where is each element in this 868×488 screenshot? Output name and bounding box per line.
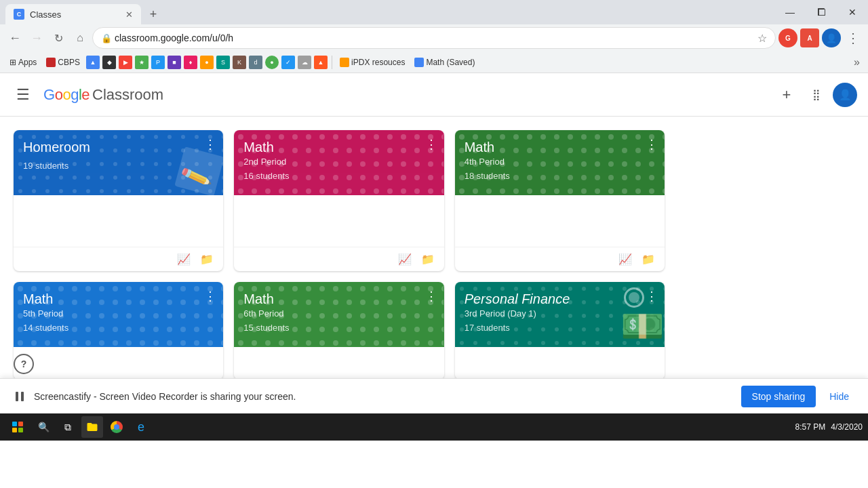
lock-icon: 🔒: [101, 33, 112, 43]
card-body: [455, 347, 665, 380]
card-footer: 📈 📁: [14, 247, 223, 271]
bookmark-12[interactable]: ✓: [281, 56, 295, 69]
task-view-button[interactable]: ⧉: [57, 416, 79, 438]
star-icon[interactable]: ☆: [757, 32, 767, 45]
bookmark-8[interactable]: S: [216, 56, 230, 69]
card-folder-button[interactable]: 📁: [421, 253, 435, 266]
card-menu-button[interactable]: ⋮: [204, 289, 216, 304]
bookmark-gdrive[interactable]: ▲: [86, 56, 100, 69]
classroom-logo-text: Classroom: [92, 86, 163, 104]
taskbar-time: 8:57 PM: [795, 422, 826, 432]
notification-bar: Screencastify - Screen Video Recorder is…: [0, 378, 868, 413]
card-folder-button[interactable]: 📁: [200, 253, 214, 266]
circle-decoration: [624, 287, 644, 308]
browser-tab[interactable]: C Classes ✕: [5, 4, 141, 24]
card-body: [234, 347, 443, 380]
add-class-button[interactable]: +: [773, 81, 800, 108]
bookmark-separator: [332, 56, 332, 69]
google-logo-text: Google: [43, 86, 90, 104]
bookmark-1[interactable]: ◆: [102, 56, 116, 69]
bookmark-14[interactable]: ▲: [314, 56, 328, 69]
pause-icon: [14, 390, 26, 403]
user-avatar[interactable]: 👤: [833, 83, 857, 107]
card-pattern: [455, 130, 665, 195]
header-actions: + ⣿ 👤: [773, 81, 857, 108]
help-button[interactable]: ?: [14, 354, 34, 374]
card-body: [234, 195, 443, 247]
more-menu-button[interactable]: ⋮: [844, 28, 863, 47]
minimize-button[interactable]: —: [774, 0, 806, 24]
profile-icon[interactable]: 👤: [822, 28, 841, 47]
card-menu-button[interactable]: ⋮: [204, 137, 216, 152]
class-card-math-6th[interactable]: Math 6th Period 15 students ⋮: [234, 282, 443, 380]
card-stats-button[interactable]: 📈: [618, 253, 632, 266]
card-footer: 📈 📁: [455, 247, 665, 271]
edge-taskbar[interactable]: e: [130, 416, 152, 438]
card-pattern: [234, 282, 443, 347]
bookmark-ipdx[interactable]: iPDX resouces: [336, 56, 409, 68]
file-explorer-taskbar[interactable]: [81, 416, 103, 438]
hide-button[interactable]: Hide: [824, 386, 854, 407]
card-stats-button[interactable]: 📈: [398, 253, 412, 266]
svg-rect-13: [21, 392, 24, 401]
svg-rect-12: [16, 392, 18, 401]
adblock-icon[interactable]: A: [800, 28, 819, 47]
card-body: [455, 195, 665, 247]
ipdx-favicon: [340, 58, 349, 67]
card-body: [14, 195, 223, 247]
bookmark-10[interactable]: d: [249, 56, 262, 69]
card-menu-button[interactable]: ⋮: [425, 289, 437, 304]
classes-grid: ✏️ Homeroom 19 students ⋮ 📈 📁 Math 2nd P…: [0, 117, 678, 393]
forward-button[interactable]: →: [27, 28, 46, 47]
class-card-math-5th[interactable]: Math 5th Period 14 students ⋮: [14, 282, 223, 380]
chrome-taskbar[interactable]: [106, 416, 127, 438]
card-menu-button[interactable]: ⋮: [646, 137, 658, 152]
window-titlebar: C Classes ✕ + — ⧠ ✕: [0, 0, 868, 24]
refresh-button[interactable]: ↻: [49, 28, 68, 47]
bookmark-2[interactable]: ▶: [119, 56, 132, 69]
bookmarks-bar: ⊞ Apps CBPS ▲ ◆ ▶ ★ P ■ ♦ ● S K d ● ✓ ☁ …: [0, 52, 868, 73]
home-button[interactable]: ⌂: [71, 28, 90, 47]
card-pattern: [14, 282, 223, 347]
svg-rect-9: [234, 282, 443, 347]
class-card-math-2nd[interactable]: Math 2nd Period 16 students ⋮ 📈 📁: [234, 130, 443, 271]
tab-close-icon[interactable]: ✕: [125, 9, 133, 20]
bookmark-6[interactable]: ♦: [184, 56, 197, 69]
bookmark-4[interactable]: P: [151, 56, 165, 69]
apps-favicon: ⊞: [9, 58, 16, 67]
search-taskbar-button[interactable]: 🔍: [33, 416, 54, 438]
hamburger-menu-button[interactable]: ☰: [11, 81, 35, 109]
bookmark-7[interactable]: ●: [200, 56, 214, 69]
stop-sharing-button[interactable]: Stop sharing: [741, 386, 816, 407]
card-menu-button[interactable]: ⋮: [425, 137, 437, 152]
bookmark-cbps[interactable]: CBPS: [42, 56, 84, 68]
grammarly-icon[interactable]: G: [778, 28, 797, 47]
bookmark-math-saved[interactable]: Math (Saved): [410, 56, 479, 68]
bookmark-13[interactable]: ☁: [298, 56, 311, 69]
apps-grid-button[interactable]: ⣿: [803, 81, 830, 108]
card-menu-button[interactable]: ⋮: [646, 289, 658, 304]
bookmark-9[interactable]: K: [233, 56, 246, 69]
tab-title: Classes: [30, 9, 61, 20]
bookmark-5[interactable]: ■: [167, 56, 181, 69]
close-button[interactable]: ✕: [837, 0, 868, 24]
card-stats-button[interactable]: 📈: [177, 253, 191, 266]
bookmark-apps[interactable]: ⊞ Apps: [5, 56, 41, 68]
class-card-personal-finance[interactable]: 💵 Personal Finance 3rd Period (Day 1) 17…: [455, 282, 665, 380]
system-tray: 8:57 PM 4/3/2020: [795, 422, 863, 432]
url-text: classroom.google.com/u/0/h: [115, 33, 233, 43]
class-card-homeroom[interactable]: ✏️ Homeroom 19 students ⋮ 📈 📁: [14, 130, 223, 271]
start-button[interactable]: [5, 415, 30, 439]
card-folder-button[interactable]: 📁: [642, 253, 655, 266]
svg-rect-7: [14, 282, 223, 347]
bookmark-11[interactable]: ●: [265, 56, 279, 69]
bookmark-3[interactable]: ★: [135, 56, 149, 69]
new-tab-button[interactable]: +: [141, 4, 165, 24]
cbps-favicon: [46, 58, 56, 67]
bookmarks-more-button[interactable]: »: [851, 56, 863, 68]
class-card-math-4th[interactable]: Math 4th Period 18 students ⋮ 📈 📁: [455, 130, 665, 271]
address-bar[interactable]: 🔒 classroom.google.com/u/0/h ☆: [92, 27, 776, 49]
notification-text: Screencastify - Screen Video Recorder is…: [34, 391, 733, 402]
back-button[interactable]: ←: [5, 28, 24, 47]
maximize-button[interactable]: ⧠: [806, 0, 837, 24]
